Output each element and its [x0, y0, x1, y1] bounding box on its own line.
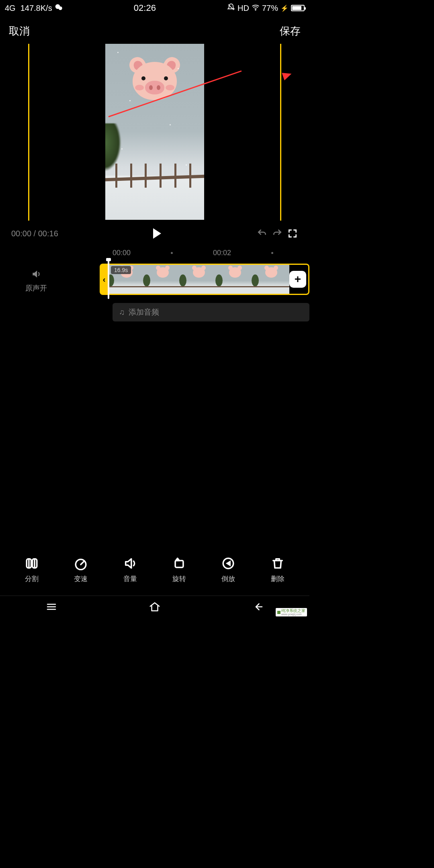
home-button[interactable] [149, 601, 161, 614]
dnd-icon [227, 3, 235, 13]
original-sound-label: 原声开 [0, 283, 72, 293]
edit-toolbar: 分割 变速 音量 旋转 倒放 删除 [0, 557, 309, 592]
timeline: 原声开 ‹ 16.9s + [0, 261, 309, 297]
clip-duration: 16.9s [111, 266, 131, 274]
reverse-label: 倒放 [221, 574, 235, 583]
watermark-text: 纯净系统之家 [281, 609, 305, 613]
trim-handle-right[interactable] [280, 44, 281, 221]
music-icon: ♫ [119, 308, 125, 317]
delete-label: 删除 [271, 574, 285, 583]
charging-icon: ⚡ [280, 4, 289, 12]
ruler-tick-1: 00:02 [213, 249, 231, 257]
back-button[interactable] [252, 601, 264, 614]
rotate-label: 旋转 [172, 574, 186, 583]
network-speed: 147.8K/s [20, 4, 52, 13]
editor-header: 取消 保存 [0, 16, 309, 44]
add-audio-label: 添加音频 [129, 307, 159, 317]
volume-button[interactable]: 音量 [123, 557, 137, 583]
delete-button[interactable]: 删除 [271, 557, 285, 583]
clip-thumb [217, 265, 253, 294]
cancel-button[interactable]: 取消 [9, 24, 30, 38]
wechat-icon [55, 3, 63, 13]
add-audio-button[interactable]: ♫ 添加音频 [113, 303, 309, 321]
battery-icon [291, 5, 305, 11]
video-preview[interactable] [105, 44, 204, 220]
wifi-icon [252, 3, 260, 13]
battery-pct: 77% [262, 4, 278, 13]
preview-area [0, 44, 309, 221]
redo-button[interactable] [272, 228, 283, 239]
watermark: 纯净系统之家 www.ycwjzj.com [276, 608, 307, 616]
fullscreen-button[interactable] [287, 228, 298, 239]
svg-point-5 [58, 6, 62, 10]
ruler-tick-0: 00:00 [113, 249, 131, 257]
status-time: 02:26 [134, 3, 156, 13]
svg-point-6 [255, 9, 256, 10]
svg-rect-10 [175, 561, 183, 567]
play-button[interactable] [149, 228, 165, 239]
scene-fence [105, 156, 204, 180]
trim-handle-left[interactable] [28, 44, 29, 221]
clip-thumb [253, 265, 289, 294]
speed-label: 变速 [74, 574, 88, 583]
clip-track[interactable]: ‹ 16.9s + [72, 264, 309, 295]
original-sound-toggle[interactable]: 原声开 [0, 266, 72, 293]
system-navbar [0, 596, 309, 619]
speed-button[interactable]: 变速 [74, 557, 88, 583]
ruler-dot [271, 252, 273, 254]
current-time: 00:00 [11, 229, 31, 238]
status-right: HD 77% ⚡ [227, 3, 305, 13]
add-clip-button[interactable]: + [289, 271, 306, 288]
hd-label: HD [237, 4, 249, 13]
status-bar: 4G 147.8K/s 02:26 HD 77% ⚡ [0, 0, 309, 16]
rotate-button[interactable]: 旋转 [172, 557, 186, 583]
clip-handle-left[interactable]: ‹ [100, 264, 108, 295]
split-label: 分割 [25, 574, 39, 583]
watermark-url: www.ycwjzj.com [281, 613, 305, 616]
playback-controls: 00:00 / 00:16 [0, 221, 309, 242]
total-time: 00:16 [38, 229, 58, 238]
save-button[interactable]: 保存 [280, 24, 301, 38]
timeline-ruler: 00:00 00:02 [0, 242, 309, 261]
ruler-dot [171, 252, 173, 254]
recents-button[interactable] [45, 601, 57, 614]
status-left: 4G 147.8K/s [5, 3, 63, 13]
clip-thumb [181, 265, 217, 294]
clip-thumb [145, 265, 181, 294]
annotation-arrow-head [282, 70, 293, 80]
network-type: 4G [5, 4, 16, 13]
time-display: 00:00 / 00:16 [11, 229, 58, 238]
reverse-button[interactable]: 倒放 [221, 557, 235, 583]
video-clip[interactable] [108, 264, 309, 295]
undo-button[interactable] [256, 228, 268, 239]
playhead[interactable] [108, 260, 109, 299]
split-button[interactable]: 分割 [25, 557, 39, 583]
volume-label: 音量 [123, 574, 137, 583]
